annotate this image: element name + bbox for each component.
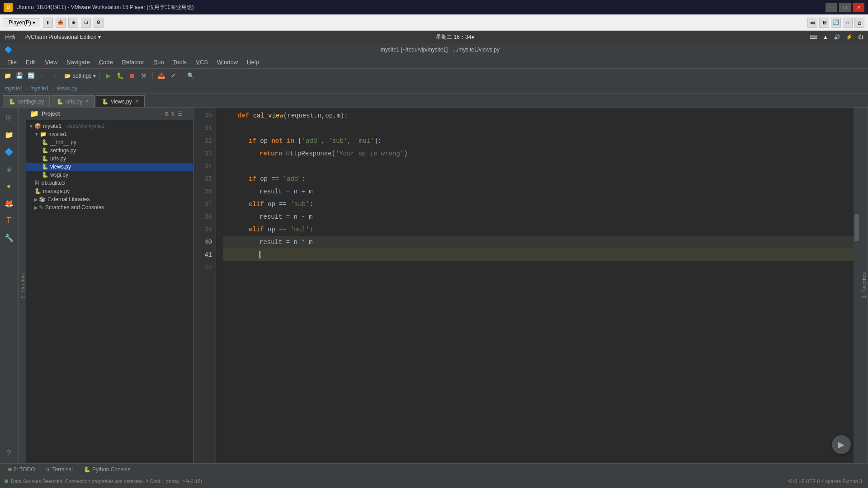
stop-btn[interactable]: ⏹ [127, 71, 137, 81]
volume-icon[interactable]: 🔊 [834, 34, 840, 40]
tab-settings-py[interactable]: 🐍 settings.py [3, 95, 50, 107]
tree-item-manage[interactable]: 🐍 manage.py [26, 187, 193, 195]
tab-views-py[interactable]: 🐍 views.py ✕ [96, 95, 145, 107]
git-commit-btn[interactable]: ✔ [168, 71, 178, 81]
editor-scrollbar[interactable] [854, 108, 860, 463]
breadcrumb-project[interactable]: mysite1 [5, 85, 23, 92]
tree-item-urls[interactable]: 🐍 urls.py [26, 155, 193, 163]
line-num-41: 41 [193, 249, 212, 261]
tab-terminal[interactable]: ⊞ Terminal [42, 465, 77, 474]
menu-help[interactable]: Help [243, 58, 263, 66]
pycharm-icon[interactable]: 🔷 [2, 145, 16, 159]
tree-item-root[interactable]: ▼ 📦 mysite1 ~/tedu/vip/mysite1 [26, 122, 193, 130]
vscode-icon[interactable]: ◈ [2, 162, 16, 176]
tree-item-wsgi[interactable]: 🐍 wsgi.py [26, 171, 193, 179]
tree-item-init[interactable]: 🐍 __init__.py [26, 138, 193, 146]
menu-run[interactable]: Run [150, 58, 168, 66]
chrome-icon[interactable]: ● [2, 179, 16, 193]
code-content[interactable]: def cal_view(request,n,op,m): if op not … [216, 108, 854, 463]
run-overlay-icon: ▶ [838, 440, 844, 450]
tree-item-external-libs[interactable]: ▶ 📚 External Libraries [26, 195, 193, 203]
git-update-btn[interactable]: 📥 [156, 71, 166, 81]
app-icon: U [4, 3, 13, 12]
menu-window[interactable]: Window [213, 58, 241, 66]
panel-collapse-icon[interactable]: — [184, 111, 189, 117]
unity-icon[interactable]: ⊡ [81, 18, 91, 28]
code-editor[interactable]: 30 31 32 33 34 35 36 37 38 39 40 41 42 [193, 108, 860, 463]
menu-view[interactable]: View [41, 58, 61, 66]
debug-btn[interactable]: 🐛 [115, 71, 125, 81]
tree-item-scratches[interactable]: ▶ ✎ Scratches and Consoles [26, 203, 193, 211]
tree-item-views[interactable]: 🐍 views.py [26, 163, 193, 171]
tree-expand-icon: ▶ [34, 205, 38, 210]
menu-edit[interactable]: Edit [22, 58, 39, 66]
breadcrumb-sub[interactable]: mysite1 [30, 85, 49, 92]
py-file-icon: 🐍 [42, 147, 48, 154]
settings-icon[interactable]: ☰ [177, 111, 182, 117]
favorites-sidebar-label[interactable]: 2: Favorites [860, 108, 868, 463]
help-icon[interactable]: ? [2, 446, 16, 460]
menu-tools[interactable]: Tools [170, 58, 190, 66]
send-ctrl-alt-del-icon[interactable]: 📤 [56, 18, 66, 28]
build-btn[interactable]: ⚒ [139, 71, 149, 81]
vmware-icon-3[interactable]: 🔄 [831, 18, 841, 28]
line-num-36: 36 [193, 185, 212, 198]
power-icon[interactable]: ⏻ [858, 34, 863, 40]
vmware-icon-2[interactable]: 🖥 [819, 18, 829, 28]
tab-todo[interactable]: 6: TODO [4, 465, 40, 474]
text-icon[interactable]: T [2, 213, 16, 228]
settings-icon[interactable]: ⚙ [94, 18, 104, 28]
run-overlay-button[interactable]: ▶ [832, 435, 851, 454]
menu-file[interactable]: File [4, 58, 20, 66]
tree-external-libs-label: External Libraries [47, 196, 90, 202]
run-config-dropdown-icon[interactable]: ▾ [93, 73, 96, 79]
sync-btn[interactable]: 🔄 [26, 71, 36, 81]
vmware-icon-4[interactable]: ↔ [843, 18, 853, 28]
structure-sidebar-label[interactable]: 2: Structure [18, 108, 26, 463]
project-icon[interactable]: 📁 [2, 127, 16, 142]
app-name-label[interactable]: PyCharm Professional Edition ▾ [24, 34, 101, 40]
vmware-icon-1[interactable]: ⏭ [807, 18, 817, 28]
menu-vcs[interactable]: VCS [192, 58, 212, 66]
menu-bar: File Edit View Navigate Code Refactor Ru… [0, 56, 868, 69]
player-menu-button[interactable]: Player(P) ▾ [4, 18, 40, 27]
search-everywhere-btn[interactable]: 🔍 [186, 71, 196, 81]
fullscreen-icon[interactable]: ⊞ [68, 18, 78, 28]
activities-button[interactable]: 活动 [5, 33, 15, 41]
firefox-icon[interactable]: 🦊 [2, 196, 16, 211]
sort-icon[interactable]: ⇅ [171, 111, 175, 117]
network-icon[interactable]: ▲ [823, 34, 828, 40]
battery-icon[interactable]: ⚡ [846, 34, 853, 40]
save-btn[interactable]: 💾 [14, 71, 24, 81]
menu-refactor[interactable]: Refactor [118, 58, 148, 66]
tab-urls-py[interactable]: 🐍 urls.py ✕ [51, 95, 94, 107]
gear-icon[interactable]: ⚙ [164, 111, 169, 117]
run-config-label[interactable]: settings [73, 73, 91, 79]
pause-icon[interactable]: ⏸ [43, 18, 53, 28]
breadcrumb-file[interactable]: views.py [57, 85, 77, 92]
close-button[interactable]: ✕ [853, 3, 864, 12]
tools-icon[interactable]: 🔧 [2, 230, 16, 245]
open-file-btn[interactable]: 📁 [3, 71, 13, 81]
views-py-close-icon[interactable]: ✕ [135, 99, 139, 104]
forward-btn[interactable]: → [50, 71, 60, 81]
line-num-30: 30 [193, 109, 212, 122]
vmware-icon-5[interactable]: 🖨 [854, 18, 864, 28]
minimize-button[interactable]: — [826, 3, 837, 12]
status-bar: Data Sources Detected: Connection proper… [0, 475, 868, 487]
tree-item-mysite1[interactable]: ▼ 📁 mysite1 [26, 130, 193, 138]
menu-navigate[interactable]: Navigate [63, 58, 93, 66]
scrollbar-thumb[interactable] [854, 214, 859, 241]
back-btn[interactable]: ← [38, 71, 48, 81]
menu-code[interactable]: Code [95, 58, 117, 66]
tree-item-settings[interactable]: 🐍 settings.py [26, 146, 193, 155]
urls-py-close-icon[interactable]: ✕ [85, 99, 89, 104]
maximize-button[interactable]: □ [839, 3, 851, 12]
tree-item-db[interactable]: 🗄 db.sqlite3 [26, 179, 193, 187]
run-btn[interactable]: ▶ [104, 71, 113, 81]
scratch-folder-icon: ✎ [39, 204, 43, 211]
tree-views-label: views.py [50, 164, 71, 170]
keyboard-icon[interactable]: ⌨ [810, 34, 817, 40]
terminal-icon[interactable]: ⊞ [2, 110, 16, 125]
tab-python-console[interactable]: 🐍 Python Console [79, 465, 135, 474]
